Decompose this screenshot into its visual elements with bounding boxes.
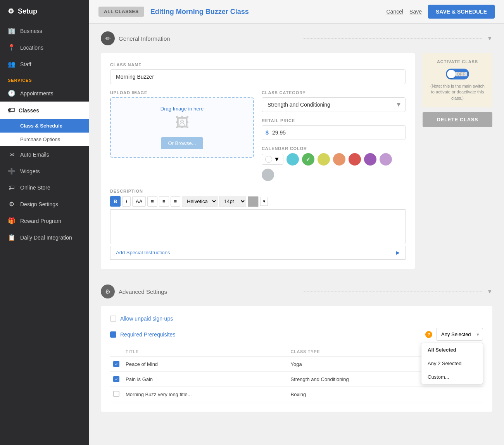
text-color-arrow[interactable]: ▼ [260,197,268,206]
prereq-label: Required Prerequisites [120,331,421,338]
gear-icon: ⚙ [8,7,14,16]
description-textarea[interactable] [110,209,406,244]
align-left-button[interactable]: ≡ [147,196,157,207]
email-icon: ✉ [8,151,16,158]
unpaid-row: Allow unpaid sign-ups [110,316,483,322]
sidebar-item-staff[interactable]: 👥 Staff [0,56,89,72]
class-name-highlight: Morning Buzzer [176,8,228,16]
advanced-toggle[interactable]: ▼ [487,288,492,295]
color-picker-field: CALENDAR COLOR ▼ [262,146,406,181]
sidebar-item-purchase-options[interactable]: Purchase Options [0,133,89,146]
upload-area[interactable]: Drag Image in here 🖼 Or Browse... [110,97,254,158]
class-name-input[interactable] [110,69,406,84]
prereq-select[interactable]: Any Selected [436,328,483,341]
align-right-button[interactable]: ≡ [171,196,181,207]
row3-title: Morning Buzz very long title... [123,387,288,402]
advanced-settings-title: Advanced Settings [119,288,299,295]
save-button[interactable]: Save [409,9,422,15]
sidebar: ⚙ Setup 🏢 Business 📍 Locations 👥 Staff S… [0,0,89,445]
color-swatch-purple[interactable] [364,153,376,166]
activate-note: (Note: this is the main switch to activa… [429,83,486,101]
price-wrapper: $ [262,125,406,140]
sidebar-item-auto-emails[interactable]: ✉ Auto Emails [0,146,89,163]
description-field: DESCRIPTION B I AA ≡ ≡ ≡ Helvetica [110,189,406,260]
classes-header[interactable]: 🏷 Classes [0,102,89,119]
color-swatch-yellow[interactable] [318,153,330,166]
unpaid-checkbox[interactable] [110,316,116,322]
pencil-icon: ✏ [101,31,115,45]
color-dropdown[interactable]: ▼ [262,154,283,165]
instructions-arrow-icon: ▶ [396,250,400,255]
dropdown-item-any-2[interactable]: Any 2 Selected [421,357,483,370]
align-center-button[interactable]: ≡ [159,196,169,207]
color-dropdown-arrow: ▼ [274,156,280,163]
price-input[interactable] [262,125,406,140]
sidebar-item-design-settings[interactable]: ⚙ Design Settings [0,196,89,212]
sidebar-item-appointments[interactable]: 🕐 Appointments [0,85,89,102]
price-label: RETAIL PRICE [262,118,406,123]
info-badge[interactable]: ? [425,331,432,338]
prereq-checkbox[interactable] [110,331,116,338]
advanced-divider [303,291,483,292]
row1-checkbox[interactable]: ✓ [113,361,119,367]
sidebar-item-online-store[interactable]: 🏷 Online Store [0,179,89,196]
staff-icon: 👥 [8,60,16,68]
color-swatch-lavender[interactable] [380,153,392,166]
sidebar-item-business[interactable]: 🏢 Business [0,22,89,39]
dropdown-item-custom[interactable]: Custom... [421,370,483,384]
description-toolbar: B I AA ≡ ≡ ≡ Helvetica 14pt [110,196,406,207]
row2-type: Strength and Conditioning [288,372,435,387]
save-schedule-button[interactable]: SAVE & SCHEDULE [428,5,495,19]
dropdown-item-all-selected[interactable]: All Selected [421,343,483,357]
calendar-color-label: CALENDAR COLOR [262,146,406,151]
page-title: Editing Morning Buzzer Class [150,8,380,16]
font-select[interactable]: Helvetica [182,196,217,207]
row2-title: Pain is Gain [123,372,288,387]
sidebar-item-widgets[interactable]: ➕ Widgets [0,163,89,179]
bold-button[interactable]: B [110,196,121,207]
location-icon: 📍 [8,44,16,51]
color-picker-row: ▼ [262,153,406,181]
general-info-toggle[interactable]: ▼ [487,35,492,41]
activate-toggle[interactable]: ON OFF [446,69,469,79]
section-divider [303,38,483,39]
browse-button[interactable]: Or Browse... [161,137,203,149]
text-color-button[interactable] [248,196,259,207]
upload-col: UPLOAD IMAGE Drag Image in here 🖼 Or Bro… [110,90,254,181]
business-icon: 🏢 [8,27,16,34]
daily-deal-icon: 📋 [8,234,16,241]
upload-label: UPLOAD IMAGE [110,90,254,95]
prereq-dropdown-popup: All Selected Any 2 Selected Custom... [421,343,483,384]
row2-checkbox[interactable]: ✓ [113,376,119,382]
sidebar-item-daily-deal[interactable]: 📋 Daily Deal Integration [0,229,89,246]
cancel-button[interactable]: Cancel [387,9,404,15]
italic-button[interactable]: I [122,196,131,207]
services-label: SERVICES [0,72,89,85]
category-select[interactable]: Strength and Conditioning [262,97,406,112]
color-swatch-gray[interactable] [262,169,274,181]
category-label: CLASS CATEGORY [262,90,406,95]
upload-link[interactable]: Drag Image in here [119,106,245,112]
color-swatch-cyan[interactable] [287,153,299,166]
add-instructions[interactable]: Add Special Instructions ▶ [110,246,406,260]
size-select[interactable]: 14pt [219,196,246,207]
design-icon: ⚙ [8,200,16,208]
price-currency: $ [266,129,269,136]
font-size-button[interactable]: AA [132,196,146,207]
color-swatch-orange[interactable] [333,153,345,166]
prereq-row: Required Prerequisites ? Any Selected ▼ … [110,328,483,341]
topbar-actions: Cancel Save SAVE & SCHEDULE [387,5,495,19]
all-classes-button[interactable]: ALL CLASSES [98,7,144,17]
row3-checkbox[interactable] [113,391,119,397]
class-name-card: CLASS NAME UPLOAD IMAGE Drag Image in he… [101,53,415,269]
sidebar-item-class-schedule[interactable]: Class & Schedule [0,119,89,133]
sidebar-item-reward-program[interactable]: 🎁 Reward Program [0,212,89,229]
general-info-title: General Information [119,35,299,42]
category-price-col: CLASS CATEGORY Strength and Conditioning… [262,90,406,181]
row1-type: Yoga [288,357,435,372]
color-swatch-green[interactable] [302,153,314,166]
color-swatch-red[interactable] [349,153,361,166]
delete-class-button[interactable]: DELETE CLASS [423,112,492,127]
advanced-settings-header: ⚙ Advanced Settings ▼ [101,285,492,298]
sidebar-item-locations[interactable]: 📍 Locations [0,39,89,56]
